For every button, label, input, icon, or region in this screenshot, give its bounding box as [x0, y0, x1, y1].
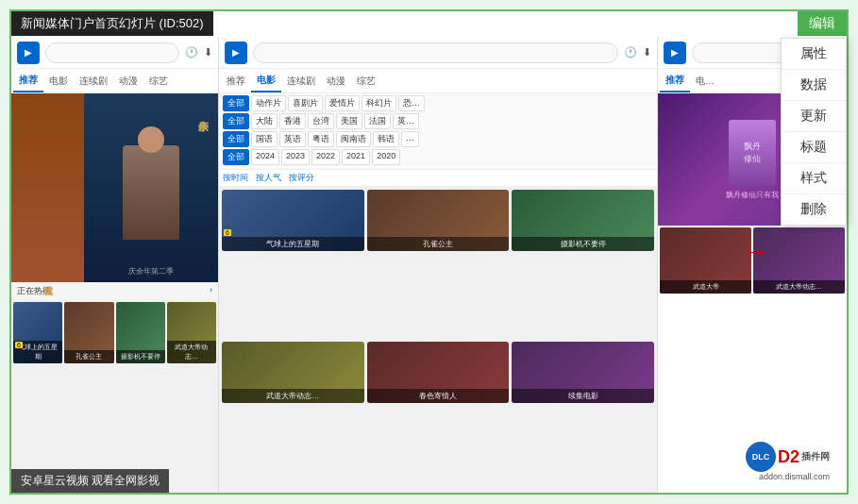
- right-nav-tab-recommend[interactable]: 推荐: [660, 69, 690, 92]
- filter-mainland[interactable]: 大陆: [251, 113, 278, 129]
- edit-button[interactable]: 编辑: [798, 11, 847, 36]
- filter-row-year: 全部 2024 2023 2022 2021 2020: [223, 149, 653, 165]
- filter-all-2[interactable]: 全部: [223, 113, 249, 129]
- filter-fr[interactable]: 法国: [364, 113, 391, 129]
- dlc-circle: DLC: [746, 442, 776, 472]
- dz-text: D2: [778, 447, 799, 467]
- filter-row-region: 全部 大陆 香港 台湾 美国 法国 英…: [223, 113, 653, 129]
- mid-nav-tab-variety[interactable]: 综艺: [351, 69, 381, 92]
- filter-romance[interactable]: 爱情片: [325, 95, 360, 111]
- filter-mandarin[interactable]: 国语: [251, 131, 278, 147]
- app-content: ▶ 🕐 ⬇ 推荐 电影 连续剧 动漫 综艺 古城: [11, 37, 847, 493]
- filter-us[interactable]: 美国: [336, 113, 362, 129]
- mid-nav-tab-series[interactable]: 连续剧: [281, 69, 321, 92]
- watermark-top: DLC D2 插件网: [746, 442, 830, 472]
- filter-hokkien[interactable]: 闽南语: [336, 131, 371, 147]
- filter-2022[interactable]: 2022: [311, 149, 340, 165]
- right-featured-text: 飘丹修仙只有我: [726, 190, 779, 200]
- left-nav-tab-variety[interactable]: 综艺: [143, 69, 174, 92]
- movie-card-1[interactable]: 气球上的五星期 6: [13, 302, 62, 363]
- right-play-icon: ▶: [664, 42, 686, 64]
- filter-cantonese[interactable]: 粤语: [308, 131, 334, 147]
- mid-movie-3[interactable]: 摄影机不要停: [512, 190, 654, 251]
- left-nav-tab-recommend[interactable]: 推荐: [13, 69, 43, 92]
- dropdown-menu: 属性 数据 更新 标题 样式 删除: [781, 38, 847, 226]
- left-appbar: ▶ 🕐 ⬇: [11, 37, 218, 69]
- filter-more-lang[interactable]: …: [401, 131, 419, 147]
- menu-item-style[interactable]: 样式: [782, 163, 846, 194]
- poster-left: 古城: [11, 93, 84, 282]
- left-movie-row: 气球上的五星期 6 孔雀公主 摄影机不要停 武道大帝动志…: [11, 300, 218, 493]
- filter-korean[interactable]: 韩语: [373, 131, 399, 147]
- mid-movie-grid: 气球上的五星期 6 孔雀公主 摄影机不要停 武道大帝动志… 春色寄情人 续集电影: [219, 187, 657, 493]
- now-playing-text: 正在热播: [17, 285, 51, 297]
- filter-uk[interactable]: 英…: [393, 113, 419, 129]
- arrow-indicator: →: [743, 237, 769, 267]
- menu-item-update[interactable]: 更新: [782, 101, 846, 132]
- plugin-text: 插件网: [801, 450, 830, 463]
- mid-movie-2[interactable]: 孔雀公主: [367, 190, 510, 251]
- filter-horror[interactable]: 恐…: [398, 95, 425, 111]
- menu-item-properties[interactable]: 属性: [782, 39, 846, 70]
- mid-nav-tab-movie[interactable]: 电影: [251, 69, 281, 92]
- left-nav-tab-movie[interactable]: 电影: [43, 69, 74, 92]
- poster-main: 庆余年 庆余年第二季: [84, 93, 218, 282]
- menu-item-title[interactable]: 标题: [782, 132, 846, 163]
- filter-hk[interactable]: 香港: [279, 113, 306, 129]
- left-play-icon: ▶: [17, 42, 40, 64]
- now-playing-bar: 正在热播 ›: [11, 282, 218, 300]
- filter-tw[interactable]: 台湾: [308, 113, 334, 129]
- filter-all-4[interactable]: 全部: [223, 149, 249, 165]
- title-bar: 新闻媒体门户首页幻灯片 (ID:502): [11, 11, 213, 36]
- movie-card-3[interactable]: 摄影机不要停: [116, 302, 165, 363]
- main-container: 新闻媒体门户首页幻灯片 (ID:502) 编辑 属性 数据 更新 标题 样式 删…: [9, 9, 849, 495]
- filter-area: 全部 动作片 喜剧片 爱情片 科幻片 恐… 全部 大陆 香港 台湾 美国 法国 …: [219, 93, 657, 170]
- mid-movie-5[interactable]: 春色寄情人: [367, 342, 510, 403]
- filter-2020[interactable]: 2020: [372, 149, 400, 165]
- title-text: 新闻媒体门户首页幻灯片 (ID:502): [21, 16, 204, 30]
- left-download-icon: ⬇: [204, 46, 212, 59]
- mid-appbar: ▶ 🕐 ⬇: [219, 37, 657, 69]
- right-nav-tab-movie[interactable]: 电…: [690, 69, 720, 92]
- watermark: DLC D2 插件网 addon.dismall.com: [746, 442, 830, 481]
- filter-scifi[interactable]: 科幻片: [362, 95, 396, 111]
- filter-english[interactable]: 英语: [279, 131, 306, 147]
- left-nav-tab-series[interactable]: 连续剧: [74, 69, 113, 92]
- left-column: ▶ 🕐 ⬇ 推荐 电影 连续剧 动漫 综艺 古城: [11, 37, 219, 493]
- mid-movie-4[interactable]: 武道大帝动志…: [222, 342, 364, 403]
- filter-comedy[interactable]: 喜剧片: [288, 95, 323, 111]
- mid-play-icon: ▶: [225, 42, 247, 64]
- menu-item-data[interactable]: 数据: [782, 70, 846, 101]
- more-link[interactable]: ›: [210, 285, 212, 297]
- filter-2024[interactable]: 2024: [251, 149, 279, 165]
- sort-popularity[interactable]: 按人气: [256, 172, 281, 184]
- mid-movie-6[interactable]: 续集电影: [512, 342, 654, 403]
- mid-download-icon: ⬇: [643, 46, 651, 59]
- mid-nav-tab-recommend[interactable]: 推荐: [221, 69, 251, 92]
- left-search[interactable]: [45, 42, 179, 63]
- filter-all-3[interactable]: 全部: [223, 131, 249, 147]
- season2-label: 庆余年第二季: [84, 266, 218, 277]
- left-nav-tab-anime[interactable]: 动漫: [113, 69, 143, 92]
- filter-2023[interactable]: 2023: [281, 149, 310, 165]
- mid-search[interactable]: [253, 42, 618, 63]
- filter-all-1[interactable]: 全部: [223, 95, 249, 111]
- mid-nav-tab-anime[interactable]: 动漫: [321, 69, 351, 92]
- left-nav: 推荐 电影 连续剧 动漫 综艺: [11, 69, 218, 93]
- filter-row-genre: 全部 动作片 喜剧片 爱情片 科幻片 恐…: [223, 95, 653, 111]
- watermark-logo: DLC D2 插件网 addon.dismall.com: [746, 442, 830, 481]
- sort-time[interactable]: 按时间: [223, 172, 248, 184]
- filter-2021[interactable]: 2021: [342, 149, 370, 165]
- mid-column: ▶ 🕐 ⬇ 推荐 电影 连续剧 动漫 综艺 全部 动作片 喜剧片 爱情片: [219, 37, 658, 493]
- right-card-1[interactable]: 武道大帝: [660, 227, 751, 294]
- mid-nav: 推荐 电影 连续剧 动漫 综艺: [219, 69, 657, 93]
- sort-rating[interactable]: 按评分: [289, 172, 314, 184]
- sort-row: 按时间 按人气 按评分: [219, 170, 657, 187]
- filter-row-lang: 全部 国语 英语 粤语 闽南语 韩语 …: [223, 131, 653, 147]
- filter-action[interactable]: 动作片: [251, 95, 286, 111]
- movie-card-4[interactable]: 武道大帝动志…: [167, 302, 216, 363]
- movie-card-2[interactable]: 孔雀公主: [64, 302, 113, 363]
- mid-movie-1[interactable]: 气球上的五星期 6: [222, 190, 364, 251]
- addon-url: addon.dismall.com: [759, 472, 830, 481]
- menu-item-delete[interactable]: 删除: [782, 194, 846, 225]
